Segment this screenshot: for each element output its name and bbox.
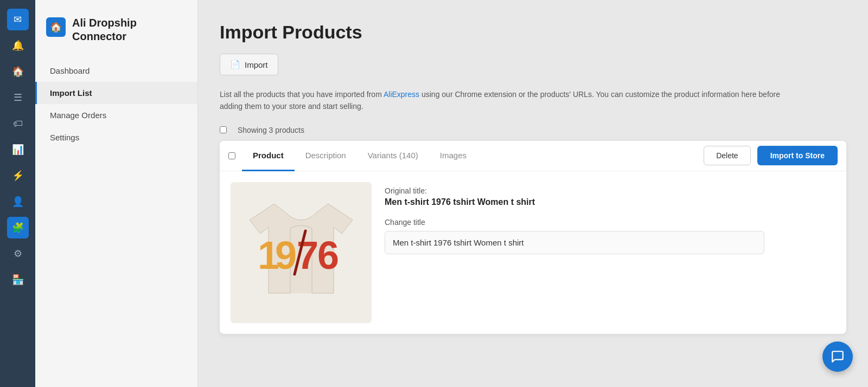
original-title-label: Original title: xyxy=(385,186,835,195)
email-icon[interactable]: ✉ xyxy=(7,9,29,30)
gear-icon[interactable]: ⚙ xyxy=(7,243,29,265)
page-title: Import Products xyxy=(220,22,846,43)
tab-bar: Product Description Variants (140) Image… xyxy=(242,141,704,171)
store-icon[interactable]: 🏪 xyxy=(7,269,29,291)
puzzle-icon[interactable]: 🧩 xyxy=(7,217,29,238)
card-body: 1 9 7 6 Original title: Men t-shirt 1976… xyxy=(220,171,846,334)
nav-manage-orders[interactable]: Manage Orders xyxy=(35,104,197,126)
import-to-store-button[interactable]: Import to Store xyxy=(757,146,838,165)
card-header: Product Description Variants (140) Image… xyxy=(220,141,846,171)
nav-settings[interactable]: Settings xyxy=(35,126,197,149)
delete-button[interactable]: Delete xyxy=(704,146,750,165)
brand-area: 🏠 Ali DropshipConnector xyxy=(35,11,197,60)
import-button-label: Import xyxy=(245,60,268,69)
tab-variants[interactable]: Variants (140) xyxy=(357,141,429,171)
nav-dashboard[interactable]: Dashboard xyxy=(35,60,197,82)
list-icon[interactable]: ☰ xyxy=(7,87,29,108)
product-image: 1 9 7 6 xyxy=(231,182,372,323)
svg-text:6: 6 xyxy=(317,234,339,277)
card-actions: Delete Import to Store xyxy=(704,146,838,165)
svg-text:9: 9 xyxy=(275,234,297,277)
tab-images[interactable]: Images xyxy=(429,141,477,171)
showing-bar: Showing 3 products xyxy=(220,126,846,134)
chat-bubble-button[interactable] xyxy=(822,341,853,372)
nav-sidebar: 🏠 Ali DropshipConnector Dashboard Import… xyxy=(35,0,198,387)
import-button[interactable]: 📄 Import xyxy=(220,54,278,75)
description-text: List all the products that you have impo… xyxy=(220,88,789,113)
zap-icon[interactable]: ⚡ xyxy=(7,165,29,186)
tab-description[interactable]: Description xyxy=(295,141,357,171)
user-icon[interactable]: 👤 xyxy=(7,191,29,212)
aliexpress-link[interactable]: AliExpress xyxy=(384,90,419,99)
product-card: Product Description Variants (140) Image… xyxy=(220,141,846,334)
product-checkbox[interactable] xyxy=(228,152,235,159)
nav-import-list[interactable]: Import List xyxy=(35,82,197,104)
bar-icon[interactable]: 📊 xyxy=(7,139,29,160)
main-content: Import Products 📄 Import List all the pr… xyxy=(198,0,868,387)
brand-name: Ali DropshipConnector xyxy=(72,16,137,43)
bell-icon[interactable]: 🔔 xyxy=(7,35,29,56)
tab-product[interactable]: Product xyxy=(242,141,295,171)
showing-text: Showing 3 products xyxy=(238,126,304,134)
brand-icon: 🏠 xyxy=(46,17,66,37)
original-title-value: Men t-shirt 1976 tshirt Women t shirt xyxy=(385,197,835,207)
home-icon[interactable]: 🏠 xyxy=(7,61,29,82)
icon-sidebar: ✉ 🔔 🏠 ☰ 🏷 📊 ⚡ 👤 🧩 ⚙ 🏪 xyxy=(0,0,35,387)
change-title-label: Change title xyxy=(385,218,835,227)
file-icon: 📄 xyxy=(230,60,240,69)
product-info: Original title: Men t-shirt 1976 tshirt … xyxy=(385,182,835,254)
select-all-checkbox[interactable] xyxy=(220,126,227,133)
change-title-input[interactable] xyxy=(385,231,764,254)
tag-icon[interactable]: 🏷 xyxy=(7,113,29,134)
